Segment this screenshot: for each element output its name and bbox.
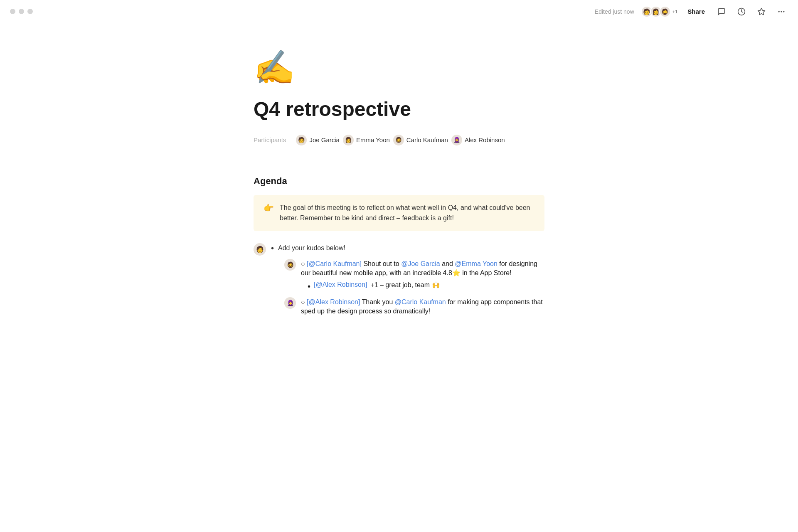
circle-dot-1: ○	[301, 260, 307, 267]
mention-carlo[interactable]: @Carlo Kaufman	[395, 298, 446, 305]
avatar-bullet1: 🧑	[254, 243, 266, 256]
avatar-emma-yoon: 👩	[343, 135, 354, 145]
comment-icon[interactable]	[715, 5, 728, 18]
svg-point-4	[783, 11, 784, 12]
favorite-icon[interactable]	[755, 5, 768, 18]
participant-name-joe-garcia: Joe Garcia	[309, 136, 340, 143]
sub1-text-pre: Shout out to	[363, 260, 401, 267]
avatar-joe-garcia: 🧑	[296, 135, 307, 145]
mention-emma[interactable]: @Emma Yoon	[455, 260, 498, 267]
svg-marker-1	[758, 8, 765, 15]
agenda-heading: Agenda	[254, 176, 544, 187]
page-title: Q4 retrospective	[254, 97, 544, 121]
sub1-author: [@Carlo Kaufman]	[307, 260, 362, 267]
sub2-text-pre: Thank you	[362, 298, 395, 305]
avatar-sub2: 🧕	[284, 297, 296, 309]
bullet1-text: • Add your kudos below!	[271, 243, 544, 254]
avatar-carlo-kaufman: 🧔	[393, 135, 404, 145]
sub-sub-item-alex: • [@Alex Robinson] +1 – great job, team …	[308, 281, 544, 292]
participants-row: Participants 🧑 Joe Garcia 👩 Emma Yoon 🧔 …	[254, 135, 544, 145]
sub2-content: ○ [@Alex Robinson] Thank you @Carlo Kauf…	[301, 297, 544, 315]
participants-label: Participants	[254, 136, 286, 143]
window-controls	[10, 9, 33, 14]
participant-name-carlo-kaufman: Carlo Kaufman	[406, 136, 448, 143]
bullet1-label: Add your kudos below!	[278, 243, 345, 254]
bullet-dot-1: •	[271, 243, 274, 254]
avatar-alex-robinson: 🧕	[451, 135, 462, 145]
titlebar: Edited just now 🧑 👩 🧔 +1 Share	[0, 0, 798, 23]
svg-point-2	[778, 11, 780, 12]
sub1-content: ○ [@Carlo Kaufman] Shout out to @Joe Gar…	[301, 259, 544, 277]
participant-carlo-kaufman: 🧔 Carlo Kaufman	[393, 135, 448, 145]
sub-sub-bullet: •	[308, 281, 310, 292]
collaborator-avatars: 🧑 👩 🧔 +1	[641, 6, 678, 17]
section-divider	[254, 159, 544, 159]
list-item-add-kudos: 🧑 • Add your kudos below! 🧔 ○ [@Carlo Ka…	[254, 243, 544, 315]
participant-name-alex-robinson: Alex Robinson	[465, 136, 505, 143]
participant-alex-robinson: 🧕 Alex Robinson	[451, 135, 505, 145]
mention-joe[interactable]: @Joe Garcia	[401, 260, 440, 267]
subsub1-text: +1 – great job, team 🙌	[370, 281, 440, 289]
edited-status: Edited just now	[595, 8, 634, 15]
more-options-icon[interactable]	[775, 5, 788, 18]
callout-block: 👉 The goal of this meeting is to reflect…	[254, 195, 544, 231]
avatar-sub1: 🧔	[284, 259, 296, 271]
content-list: 🧑 • Add your kudos below! 🧔 ○ [@Carlo Ka…	[254, 243, 544, 315]
participant-emma-yoon: 👩 Emma Yoon	[343, 135, 390, 145]
subsub1-author: [@Alex Robinson]	[314, 281, 367, 288]
callout-icon: 👉	[264, 202, 274, 224]
callout-text: The goal of this meeting is to reflect o…	[280, 202, 534, 224]
participant-name-emma-yoon: Emma Yoon	[356, 136, 390, 143]
history-icon[interactable]	[735, 5, 748, 18]
titlebar-right: Edited just now 🧑 👩 🧔 +1 Share	[595, 5, 788, 18]
share-button[interactable]: Share	[684, 6, 708, 17]
circle-dot-2: ○	[301, 298, 307, 305]
traffic-light-green[interactable]	[27, 9, 33, 14]
sub-item-alex: 🧕 ○ [@Alex Robinson] Thank you @Carlo Ka…	[284, 297, 544, 315]
avatar-overflow-count: +1	[672, 9, 678, 14]
traffic-light-yellow[interactable]	[19, 9, 24, 14]
bullet1-content: • Add your kudos below! 🧔 ○ [@Carlo Kauf…	[271, 243, 544, 315]
page-icon: ✍️	[254, 48, 544, 87]
sub-item-carlo: 🧔 ○ [@Carlo Kaufman] Shout out to @Joe G…	[284, 259, 544, 277]
participant-joe-garcia: 🧑 Joe Garcia	[296, 135, 340, 145]
traffic-light-red[interactable]	[10, 9, 15, 14]
avatar-3: 🧔	[659, 6, 671, 17]
svg-point-3	[781, 11, 782, 12]
sub1-text-mid: and	[442, 260, 455, 267]
sub2-author: [@Alex Robinson]	[307, 298, 360, 305]
page-content: ✍️ Q4 retrospective Participants 🧑 Joe G…	[220, 23, 578, 362]
